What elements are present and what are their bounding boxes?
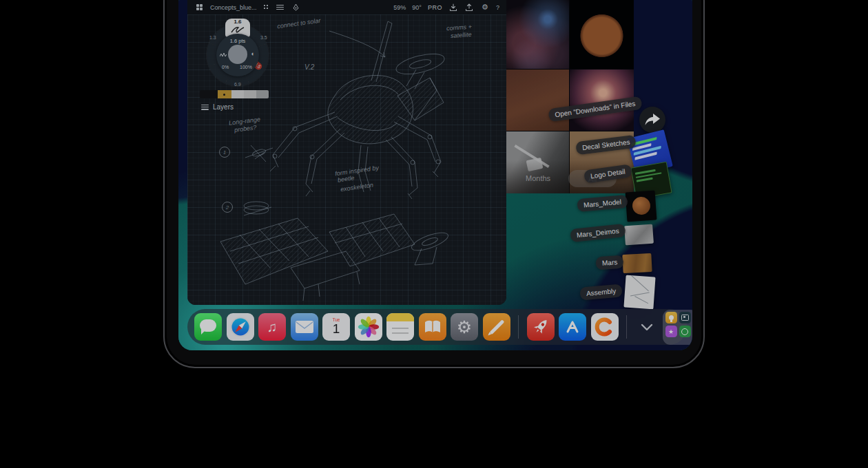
photos-flower-icon bbox=[358, 316, 380, 338]
envelope-flap bbox=[296, 321, 313, 333]
clock-icon bbox=[681, 328, 688, 335]
settings-gear-glyph: ⚙ bbox=[457, 317, 472, 337]
dock-app-safari[interactable] bbox=[227, 313, 254, 341]
dock-app-appstore[interactable] bbox=[559, 313, 586, 341]
notes-line bbox=[392, 328, 409, 329]
drag-label-logo-detail[interactable]: Logo Detail bbox=[583, 164, 632, 183]
dock-app-mail[interactable] bbox=[291, 313, 318, 341]
notes-line bbox=[392, 332, 409, 334]
drag-label-decal-sketches[interactable]: Decal Sketches bbox=[575, 135, 637, 156]
lightbulb-icon bbox=[669, 315, 674, 320]
ipad-screen: Concepts_blue... 59% 90° PRO bbox=[178, 0, 692, 350]
drag-label-mars-model[interactable]: Mars_Model bbox=[577, 195, 628, 212]
mini-app-favorites[interactable]: ★ bbox=[665, 326, 677, 337]
dock-collapse-chevron[interactable] bbox=[635, 313, 659, 341]
rocket-icon bbox=[527, 313, 555, 341]
dock-app-concepts[interactable] bbox=[591, 313, 619, 341]
app-library-stack[interactable]: ★ bbox=[663, 310, 692, 345]
mini-app-tips[interactable] bbox=[665, 312, 677, 323]
dock-app-books[interactable] bbox=[419, 313, 446, 341]
drag-and-drop-layer: Open “Downloads” in Files Decal Sketches… bbox=[178, 0, 692, 350]
dock-app-photos[interactable] bbox=[355, 313, 382, 341]
calendar-day: 1 bbox=[322, 322, 350, 335]
notes-yellow-band bbox=[386, 313, 414, 321]
drag-thumb-assembly[interactable] bbox=[623, 275, 655, 310]
chevron-down-icon bbox=[641, 323, 653, 331]
star-icon: ★ bbox=[668, 328, 674, 335]
music-note-icon: ♫ bbox=[267, 319, 278, 335]
drag-label-open-downloads[interactable]: Open “Downloads” in Files bbox=[548, 96, 642, 123]
dock-app-settings[interactable]: ⚙ bbox=[451, 313, 478, 341]
dock-app-pages[interactable] bbox=[483, 313, 510, 341]
camera-icon bbox=[681, 315, 689, 321]
drag-thumb-mars-model[interactable] bbox=[626, 191, 657, 222]
safari-compass-icon bbox=[227, 313, 254, 341]
speech-bubble-icon bbox=[200, 319, 216, 332]
dock-divider bbox=[626, 315, 627, 339]
drag-label-mars[interactable]: Mars bbox=[595, 255, 623, 270]
mini-app-clock[interactable] bbox=[679, 326, 691, 337]
dock-app-messages[interactable] bbox=[194, 313, 222, 341]
open-book-icon bbox=[419, 313, 446, 341]
ipad-device-frame: Concepts_blue... 59% 90° PRO bbox=[163, 0, 705, 368]
dock-app-rocket[interactable] bbox=[527, 313, 555, 341]
dock: ♫ Tue 1 bbox=[187, 309, 687, 345]
mini-app-camera[interactable] bbox=[679, 312, 691, 323]
page-background: Concepts_blue... 59% 90° PRO bbox=[0, 0, 868, 468]
share-arrow-icon bbox=[645, 114, 660, 126]
dock-app-calendar[interactable]: Tue 1 bbox=[322, 313, 350, 341]
appstore-a-icon bbox=[559, 313, 586, 341]
dock-app-music[interactable]: ♫ bbox=[258, 313, 286, 341]
share-arrow-button[interactable] bbox=[639, 107, 665, 133]
drag-label-mars-deimos[interactable]: Mars_Deimos bbox=[570, 224, 626, 242]
concepts-c-icon bbox=[591, 313, 619, 341]
drag-thumb-mars[interactable] bbox=[622, 253, 652, 273]
dock-app-notes[interactable] bbox=[386, 313, 414, 341]
dock-divider bbox=[518, 315, 519, 339]
drag-label-assembly[interactable]: Assembly bbox=[579, 284, 623, 300]
drag-thumb-mars-deimos[interactable] bbox=[624, 224, 654, 246]
pen-icon bbox=[489, 319, 504, 334]
